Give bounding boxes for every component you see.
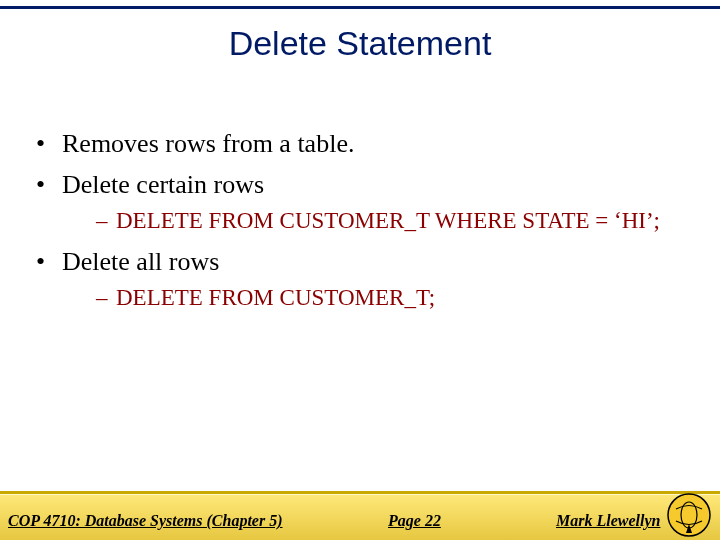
sub-bullet-item: DELETE FROM CUSTOMER_T WHERE STATE = ‘HI… [96, 207, 690, 236]
bullet-text: Delete certain rows [62, 170, 264, 199]
bullet-dot-icon [36, 247, 62, 276]
footer-author: Mark Llewellyn [556, 512, 660, 530]
ucf-logo-icon [666, 492, 712, 538]
bullet-dot-icon [36, 129, 62, 158]
footer-course: COP 4710: Database Systems (Chapter 5) [8, 512, 283, 530]
bullet-dash-icon [96, 285, 116, 310]
bullet-dash-icon [96, 208, 116, 233]
top-divider [0, 6, 720, 9]
sub-bullet-text: DELETE FROM CUSTOMER_T; [116, 285, 435, 310]
bullet-text: Delete all rows [62, 247, 219, 276]
sub-bullet-item: DELETE FROM CUSTOMER_T; [96, 284, 690, 313]
bullet-item: Delete certain rows [36, 169, 690, 202]
slide-title: Delete Statement [0, 24, 720, 63]
bullet-item: Delete all rows [36, 246, 690, 279]
slide: Delete Statement Removes rows from a tab… [0, 0, 720, 540]
footer-page: Page 22 [388, 512, 441, 530]
bullet-item: Removes rows from a table. [36, 128, 690, 161]
bullet-dot-icon [36, 170, 62, 199]
bullet-text: Removes rows from a table. [62, 129, 354, 158]
slide-content: Removes rows from a table. Delete certai… [36, 120, 690, 323]
sub-bullet-text: DELETE FROM CUSTOMER_T WHERE STATE = ‘HI… [116, 208, 660, 233]
